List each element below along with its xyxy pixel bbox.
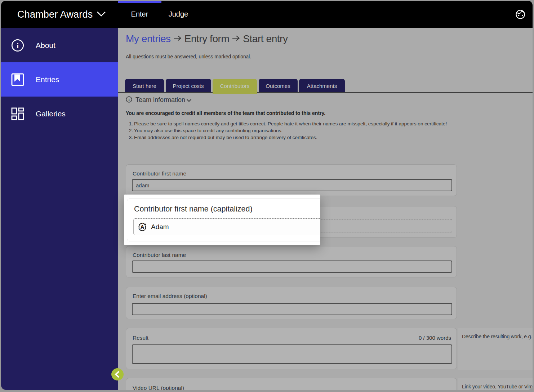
svg-text:i: i <box>17 41 19 50</box>
svg-text:A: A <box>141 224 144 230</box>
svg-text:i: i <box>128 97 130 102</box>
